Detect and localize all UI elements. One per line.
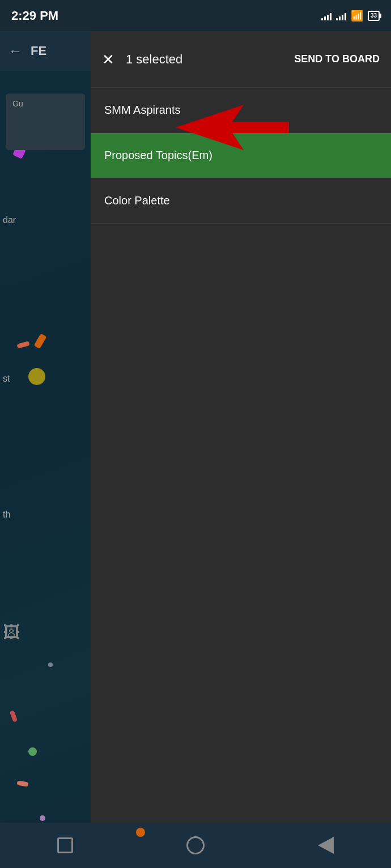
signal-bars-left [321, 11, 332, 20]
status-bar: 2:29 PM 📶 33 [0, 0, 391, 31]
confetti-yellow [28, 368, 45, 385]
signal-bar-r1 [336, 18, 338, 20]
battery-level: 33 [371, 12, 377, 19]
nav-recents-button[interactable] [51, 831, 79, 860]
image-icon: 🖼 [3, 623, 20, 642]
signal-bar-1 [321, 18, 323, 20]
list-item-label-smm-aspirants: SMM Aspirants [104, 104, 180, 117]
list-item-proposed-topics[interactable]: Proposed Topics(Em) [91, 133, 391, 178]
selected-count: 1 selected [126, 52, 294, 67]
bg-text-st: st [3, 374, 10, 384]
overlay-panel: ✕ 1 selected SEND TO BOARD SMM Aspirants… [91, 31, 391, 868]
bg-app-title: FE [31, 44, 46, 58]
signal-bar-r2 [339, 16, 341, 20]
bottom-nav [0, 823, 391, 868]
signal-bar-3 [327, 15, 329, 20]
signal-bar-r4 [345, 13, 346, 20]
home-icon [186, 836, 205, 854]
list-item-label-color-palette: Color Palette [104, 194, 170, 207]
bg-text-th: th [3, 510, 10, 520]
list-item-label-proposed-topics: Proposed Topics(Em) [104, 149, 212, 162]
bg-card-text: Gu [12, 99, 23, 108]
send-to-board-button[interactable]: SEND TO BOARD [294, 53, 380, 65]
list-item-smm-aspirants[interactable]: SMM Aspirants [91, 88, 391, 133]
nav-deco-dot [136, 828, 145, 837]
back-icon [318, 837, 334, 854]
bg-text-dar: dar [3, 215, 16, 225]
bg-app-bar: ← FE [0, 31, 91, 71]
status-time: 2:29 PM [11, 8, 58, 23]
panel-header: ✕ 1 selected SEND TO BOARD [91, 31, 391, 88]
signal-bar-4 [330, 13, 332, 20]
nav-back-button[interactable] [312, 831, 340, 860]
signal-bar-2 [324, 16, 326, 20]
recents-icon [57, 837, 73, 853]
confetti-white [48, 662, 53, 667]
list-item-color-palette[interactable]: Color Palette [91, 178, 391, 224]
confetti-green [28, 747, 37, 756]
close-button[interactable]: ✕ [102, 52, 114, 67]
confetti-lilac [40, 815, 45, 821]
bg-list-card: Gu [6, 93, 85, 150]
signal-bar-r3 [342, 15, 343, 20]
nav-home-button[interactable] [181, 831, 210, 860]
status-icons: 📶 33 [321, 10, 380, 22]
list-items: SMM Aspirants Proposed Topics(Em) Color … [91, 88, 391, 224]
signal-bars-right [336, 11, 346, 20]
wifi-icon: 📶 [351, 10, 363, 22]
battery-indicator: 33 [368, 11, 380, 21]
back-arrow-icon: ← [8, 43, 22, 59]
